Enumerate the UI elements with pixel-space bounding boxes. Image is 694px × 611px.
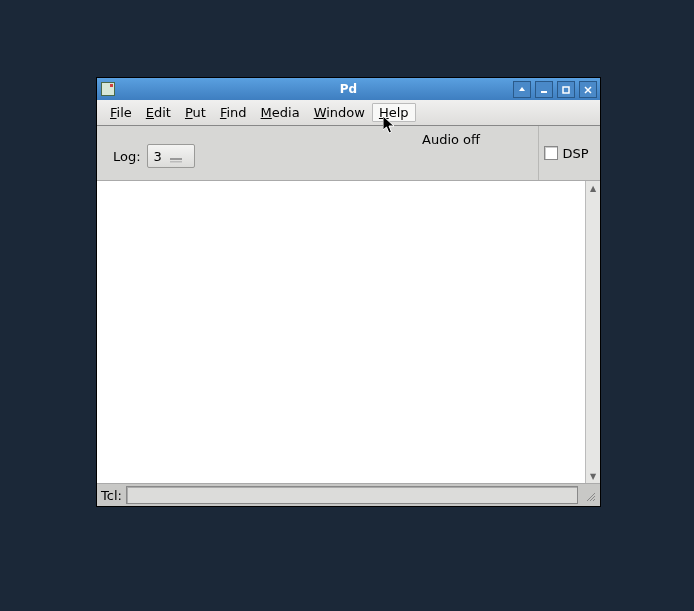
menubutton-indicator-icon xyxy=(170,152,182,160)
scroll-down-arrow-icon[interactable]: ▼ xyxy=(586,469,600,483)
svg-line-6 xyxy=(593,499,595,501)
menu-put[interactable]: Put xyxy=(178,103,213,122)
app-icon xyxy=(101,82,115,96)
console-area: ▲ ▼ xyxy=(97,181,600,483)
svg-rect-3 xyxy=(170,161,182,163)
svg-rect-1 xyxy=(563,87,569,93)
maximize-button[interactable] xyxy=(557,81,575,98)
menu-media[interactable]: Media xyxy=(254,103,307,122)
minimize-button[interactable] xyxy=(535,81,553,98)
statusbar: Tcl: xyxy=(97,483,600,506)
log-level-value: 3 xyxy=(154,149,162,164)
scroll-up-arrow-icon[interactable]: ▲ xyxy=(586,181,600,195)
console-text[interactable] xyxy=(97,181,585,483)
toolbar: Log: 3 Audio off DSP xyxy=(97,126,600,181)
menu-edit[interactable]: Edit xyxy=(139,103,178,122)
tcl-input[interactable] xyxy=(126,486,578,504)
menu-find[interactable]: Find xyxy=(213,103,254,122)
console-scrollbar[interactable]: ▲ ▼ xyxy=(585,181,600,483)
log-level-menubutton[interactable]: 3 xyxy=(147,144,195,168)
svg-rect-2 xyxy=(170,158,182,160)
menu-window[interactable]: Window xyxy=(307,103,372,122)
menu-help[interactable]: Help xyxy=(372,103,416,122)
menu-file[interactable]: File xyxy=(103,103,139,122)
tcl-label: Tcl: xyxy=(101,488,122,503)
dsp-checkbox[interactable] xyxy=(544,146,558,160)
resize-grip-icon[interactable] xyxy=(582,488,596,502)
close-button[interactable] xyxy=(579,81,597,98)
dsp-label: DSP xyxy=(562,146,588,161)
menubar: File Edit Put Find Media Window Help xyxy=(97,100,600,126)
titlebar[interactable]: Pd xyxy=(97,78,600,100)
log-area: Log: 3 xyxy=(113,144,195,168)
window-controls xyxy=(513,81,597,98)
audio-status-label: Audio off xyxy=(422,132,480,147)
pd-main-window: Pd File Edit Put Find Media Window Help … xyxy=(96,77,601,507)
shade-button[interactable] xyxy=(513,81,531,98)
dsp-area: DSP xyxy=(538,126,594,180)
svg-rect-0 xyxy=(541,91,547,93)
log-label: Log: xyxy=(113,149,141,164)
